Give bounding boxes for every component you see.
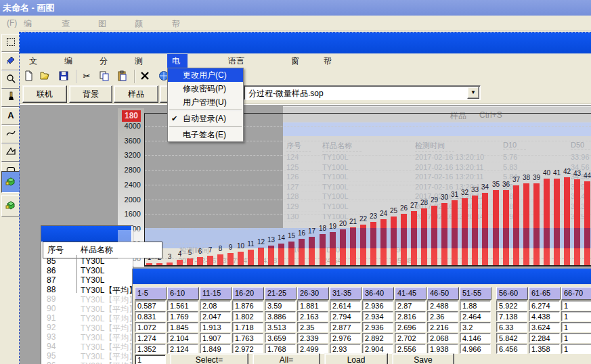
data-cell[interactable]: 2.702	[395, 333, 426, 343]
data-cell[interactable]: 2.614	[330, 300, 361, 311]
data-cell[interactable]: 2.08	[200, 300, 231, 311]
text-tool[interactable]: A	[1, 107, 20, 125]
save-button[interactable]: Save	[392, 353, 454, 364]
app-titlebar[interactable]	[20, 32, 591, 53]
data-cell[interactable]: 3.624	[529, 322, 560, 332]
load-button[interactable]: Load	[324, 353, 388, 364]
data-cell[interactable]: 2.794	[330, 311, 361, 321]
data-cell[interactable]: 0.587	[135, 300, 166, 311]
data-cell[interactable]: 1	[561, 311, 591, 321]
open-toolbar-button[interactable]	[39, 70, 51, 83]
cube-tool[interactable]	[1, 195, 20, 217]
magnifier-tool[interactable]	[1, 70, 20, 89]
data-cell[interactable]: 6.33	[496, 322, 527, 332]
data-cell[interactable]: 1.876	[232, 300, 263, 311]
data-cell[interactable]: 1	[561, 322, 591, 332]
data-cell[interactable]: 2.339	[297, 333, 328, 343]
brush-tool[interactable]	[1, 89, 20, 107]
esign-menu-item-4[interactable]: 自动登录(A)✔	[168, 112, 243, 125]
data-cell[interactable]: 2.87	[395, 300, 426, 311]
count-input[interactable]: 1	[135, 355, 166, 364]
data-cell[interactable]: 1.358	[529, 344, 560, 354]
data-cell[interactable]: 2.36	[427, 311, 458, 321]
data-cell[interactable]: 2.464	[460, 311, 491, 321]
data-cell[interactable]: 0.831	[135, 311, 166, 321]
data-cell[interactable]: 1.938	[427, 344, 458, 354]
data-cell[interactable]: 1	[561, 300, 591, 311]
data-cell[interactable]: 2.163	[297, 311, 328, 321]
data-cell[interactable]: 2.904	[362, 344, 393, 354]
data-cell[interactable]: 3.2	[460, 322, 491, 332]
data-cell[interactable]: 4.966	[460, 344, 491, 354]
data-cell[interactable]: 2.936	[362, 300, 393, 311]
data-cell[interactable]: 2.488	[427, 300, 458, 311]
data-cell[interactable]: 2.696	[395, 322, 426, 332]
data-cell[interactable]: 2.284	[529, 333, 560, 343]
curve-tool[interactable]	[1, 125, 20, 143]
data-cell[interactable]: 2.047	[200, 311, 231, 321]
cut-toolbar-button[interactable]: ✂	[81, 70, 93, 83]
data-cell[interactable]: 2.068	[427, 333, 458, 343]
select-button[interactable]: Select=	[170, 353, 248, 364]
data-cell[interactable]: 1	[561, 333, 591, 343]
data-cell[interactable]: 1.763	[232, 333, 263, 343]
data-cell[interactable]: 1.913	[200, 322, 231, 332]
data-cell[interactable]: 2.816	[395, 311, 426, 321]
esign-menu-item-0[interactable]: 更改用户(C)	[168, 68, 243, 82]
all-button[interactable]: All=	[253, 353, 320, 364]
data-cell[interactable]: 2.877	[330, 322, 361, 332]
data-cell[interactable]: 2.936	[362, 322, 393, 332]
data-cell[interactable]: 2.972	[232, 344, 263, 354]
polygon-tool[interactable]	[1, 143, 20, 162]
data-cell[interactable]: 1.072	[135, 322, 166, 332]
data-cell[interactable]: 4.146	[460, 333, 491, 343]
data-cell[interactable]: 2.104	[167, 333, 198, 343]
data-cell[interactable]: 1.849	[200, 344, 231, 354]
data-cell[interactable]: 1.352	[135, 344, 166, 354]
data-cell[interactable]: 7.138	[496, 311, 527, 321]
data-cell[interactable]: 2.216	[427, 322, 458, 332]
online-button[interactable]: 联机	[22, 85, 67, 103]
data-cell[interactable]: 1.845	[167, 322, 198, 332]
data-cell[interactable]: 1.907	[200, 333, 231, 343]
paste-toolbar-button[interactable]	[116, 70, 129, 83]
data-cell[interactable]: 5.922	[496, 300, 527, 311]
data-cell[interactable]: 2.892	[362, 333, 393, 343]
save-toolbar-button[interactable]	[58, 70, 70, 83]
data-cell[interactable]: 1.768	[265, 344, 296, 354]
data-cell[interactable]: 4.438	[529, 311, 560, 321]
data-cell[interactable]: 1.274	[135, 333, 166, 343]
esign-menu-item-2[interactable]: 用户管理(U)	[168, 95, 243, 109]
esign-menu-item-1[interactable]: 修改密码(P)	[168, 82, 243, 95]
data-cell[interactable]: 2.934	[362, 311, 393, 321]
data-table-titlebar[interactable]	[133, 269, 591, 284]
data-cell[interactable]: 1.88	[460, 300, 491, 311]
data-cell[interactable]: 1.769	[167, 311, 198, 321]
data-cell[interactable]: 1.561	[167, 300, 198, 311]
data-cell[interactable]: 2.556	[395, 344, 426, 354]
data-cell[interactable]: 2.499	[297, 344, 328, 354]
data-cell[interactable]: 6.274	[529, 300, 560, 311]
data-cell[interactable]: 2.976	[330, 333, 361, 343]
select-tool[interactable]	[1, 34, 20, 52]
data-cell[interactable]: 3.886	[265, 311, 296, 321]
cube-tool-selected[interactable]	[1, 171, 20, 193]
data-cell[interactable]: 2.124	[167, 344, 198, 354]
esign-menu-item-6[interactable]: 电子签名(E)	[168, 128, 243, 141]
chevron-down-icon[interactable]: ▼	[467, 87, 479, 99]
data-cell[interactable]: 1	[561, 344, 591, 354]
new-toolbar-button[interactable]	[23, 70, 35, 83]
data-cell[interactable]: 1.802	[232, 311, 263, 321]
data-cell[interactable]: 5.842	[496, 333, 527, 343]
sample-button[interactable]: 样品	[114, 85, 158, 103]
data-cell[interactable]: 3.513	[265, 322, 296, 332]
paint-titlebar[interactable]: 未命名 - 画图	[0, 0, 591, 16]
sop-combobox[interactable]: 分过程-微量样品.sop ▼	[244, 85, 481, 100]
delete-toolbar-button[interactable]	[139, 70, 152, 83]
data-cell[interactable]: 3.659	[265, 333, 296, 343]
copy-toolbar-button[interactable]	[99, 70, 111, 83]
fill-tool[interactable]	[1, 52, 20, 70]
data-cell[interactable]: 2.93	[330, 344, 361, 354]
data-cell[interactable]: 2.35	[297, 322, 328, 332]
data-cell[interactable]: 3.59	[265, 300, 296, 311]
